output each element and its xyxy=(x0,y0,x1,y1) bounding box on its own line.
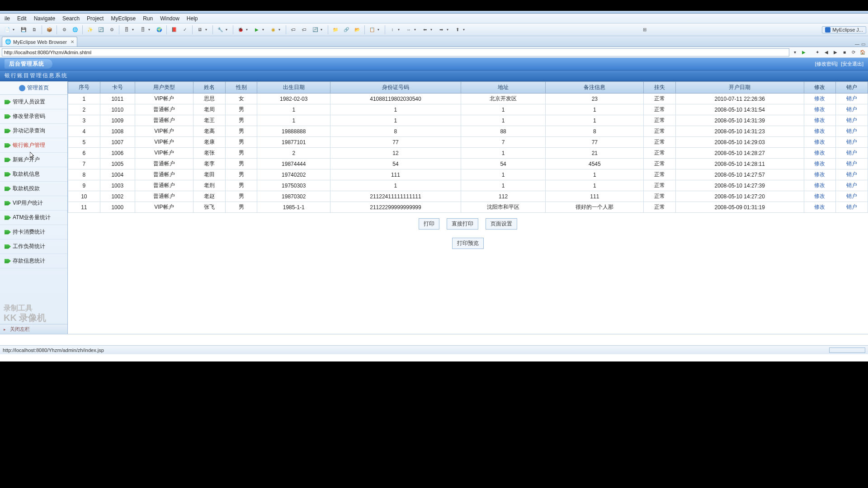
sidebar-item[interactable]: 工作负荷统计 xyxy=(0,239,67,254)
tag2-icon[interactable]: 🏷 xyxy=(300,25,309,34)
sidebar-home[interactable]: 管理首页 xyxy=(0,81,67,95)
maximize-icon[interactable]: ▭ xyxy=(861,42,865,47)
nav2-icon[interactable]: ↔ xyxy=(404,25,413,34)
print-button[interactable]: 打印 xyxy=(419,218,439,230)
new-icon[interactable]: 📄 xyxy=(3,25,12,34)
cell-del[interactable]: 销户 xyxy=(836,159,868,169)
reload-icon[interactable]: ⟳ xyxy=(850,49,857,56)
cell-mod[interactable]: 修改 xyxy=(804,159,836,169)
back-icon[interactable]: ⬅ xyxy=(420,25,429,34)
save-all-icon[interactable]: 🗎 xyxy=(30,25,39,34)
cell-mod[interactable]: 修改 xyxy=(804,126,836,137)
dropdown-icon[interactable]: ▾ xyxy=(262,28,266,32)
up-icon[interactable]: ⬆ xyxy=(453,25,462,34)
db2-icon[interactable]: 🗄 xyxy=(138,25,147,34)
cell-mod[interactable]: 修改 xyxy=(804,137,836,148)
url-input[interactable] xyxy=(2,48,789,56)
dropdown-icon[interactable]: ▾ xyxy=(321,28,324,32)
book-icon[interactable]: 📕 xyxy=(170,25,179,34)
run-icon[interactable]: ▶ xyxy=(252,25,261,34)
tool1-icon[interactable]: ✦ xyxy=(814,49,821,56)
sidebar-item[interactable]: VIP用户统计 xyxy=(0,196,67,211)
cell-del[interactable]: 销户 xyxy=(836,169,868,180)
tool-icon[interactable]: ⚙ xyxy=(60,25,69,34)
dropdown-icon[interactable]: ▾ xyxy=(447,28,450,32)
world-icon[interactable]: 🌍 xyxy=(155,25,164,34)
dropdown-icon[interactable]: ▾ xyxy=(377,28,381,32)
perspective-button[interactable]: MyEclipse J... xyxy=(822,26,866,33)
menu-search[interactable]: Search xyxy=(59,15,83,22)
dropdown-icon[interactable]: ▾ xyxy=(430,28,434,32)
dropdown-icon[interactable]: ▾ xyxy=(148,28,152,32)
nav-fwd-icon[interactable]: ▶ xyxy=(832,49,839,56)
collapse-sidebar[interactable]: 关闭左栏 xyxy=(0,324,67,334)
deploy-icon[interactable]: 📦 xyxy=(45,25,54,34)
db-icon[interactable]: 🗄 xyxy=(122,25,131,34)
sidebar-item[interactable]: 新账户开户 xyxy=(0,153,67,167)
cell-del[interactable]: 销户 xyxy=(836,180,868,191)
menu-project[interactable]: Project xyxy=(83,15,107,22)
proj-icon[interactable]: 📋 xyxy=(368,25,377,34)
cell-mod[interactable]: 修改 xyxy=(804,94,836,104)
cell-mod[interactable]: 修改 xyxy=(804,115,836,126)
cell-del[interactable]: 销户 xyxy=(836,191,868,202)
persp-open-icon[interactable]: ⊞ xyxy=(640,25,649,34)
nav-back-icon[interactable]: ◀ xyxy=(823,49,830,56)
editor-tab[interactable]: 🌐 MyEclipse Web Browser ✕ xyxy=(2,37,77,47)
change-password-link[interactable]: [修改密码] xyxy=(815,61,838,66)
print-preview-button[interactable]: 打印预览 xyxy=(452,238,484,249)
cell-mod[interactable]: 修改 xyxy=(804,104,836,115)
cell-del[interactable]: 销户 xyxy=(836,202,868,213)
sidebar-item[interactable]: 存款信息统计 xyxy=(0,254,67,268)
menu-navigate[interactable]: Navigate xyxy=(30,15,59,22)
stop-icon[interactable]: ■ xyxy=(841,49,848,56)
fwd-icon[interactable]: ➡ xyxy=(437,25,446,34)
sidebar-item[interactable]: 异动记录查询 xyxy=(0,124,67,138)
dropdown-icon[interactable]: ▾ xyxy=(246,28,250,32)
globe-icon[interactable]: 🌐 xyxy=(71,25,80,34)
cell-del[interactable]: 销户 xyxy=(836,94,868,104)
sidebar-item[interactable]: 取款机投款 xyxy=(0,182,67,196)
minimize-icon[interactable]: — xyxy=(855,42,859,47)
cell-mod[interactable]: 修改 xyxy=(804,191,836,202)
sidebar-item[interactable]: 银行账户管理 xyxy=(0,138,67,153)
dropdown-icon[interactable]: ▾ xyxy=(463,28,467,32)
menu-window[interactable]: Window xyxy=(156,15,183,22)
link-icon[interactable]: 🔗 xyxy=(342,25,351,34)
menu-ile[interactable]: ile xyxy=(1,15,14,22)
sync-icon[interactable]: 🔄 xyxy=(311,25,320,34)
sidebar-item[interactable]: 取款机信息 xyxy=(0,167,67,182)
folder2-icon[interactable]: 📂 xyxy=(353,25,362,34)
cell-del[interactable]: 销户 xyxy=(836,104,868,115)
config-icon[interactable]: 🔧 xyxy=(216,25,225,34)
folder-icon[interactable]: 📁 xyxy=(331,25,340,34)
dropdown-icon[interactable]: ▾ xyxy=(414,28,418,32)
cell-del[interactable]: 销户 xyxy=(836,126,868,137)
sidebar-item[interactable]: ATM业务量统计 xyxy=(0,211,67,225)
dropdown-icon[interactable]: ▾ xyxy=(226,28,229,32)
refresh-icon[interactable]: 🔄 xyxy=(96,25,105,34)
sidebar-item[interactable]: 持卡消费统计 xyxy=(0,225,67,239)
go-icon[interactable]: ▶ xyxy=(800,49,807,56)
cell-del[interactable]: 销户 xyxy=(836,148,868,159)
dropdown-icon[interactable]: ▾ xyxy=(205,28,209,32)
dropdown-icon[interactable]: ▾ xyxy=(132,28,136,32)
cell-mod[interactable]: 修改 xyxy=(804,169,836,180)
close-icon[interactable]: ✕ xyxy=(71,39,74,44)
page-setup-button[interactable]: 页面设置 xyxy=(486,218,517,230)
debug-icon[interactable]: 🐞 xyxy=(236,25,245,34)
tag-icon[interactable]: 🏷 xyxy=(289,25,298,34)
menu-edit[interactable]: Edit xyxy=(14,15,30,22)
gear-icon[interactable]: ⚙ xyxy=(107,25,116,34)
sidebar-item[interactable]: 管理人员设置 xyxy=(0,95,67,109)
logout-link[interactable]: [安全退出] xyxy=(841,61,863,66)
menu-run[interactable]: Run xyxy=(139,15,156,22)
menu-help[interactable]: Help xyxy=(183,15,202,22)
dropdown-icon[interactable]: ▾ xyxy=(13,28,16,32)
url-dropdown-icon[interactable]: ▾ xyxy=(791,49,798,56)
cell-mod[interactable]: 修改 xyxy=(804,180,836,191)
home-icon[interactable]: 🏠 xyxy=(859,49,866,56)
ext-icon[interactable]: ◉ xyxy=(269,25,278,34)
wand-icon[interactable]: ✨ xyxy=(85,25,94,34)
cell-del[interactable]: 销户 xyxy=(836,115,868,126)
